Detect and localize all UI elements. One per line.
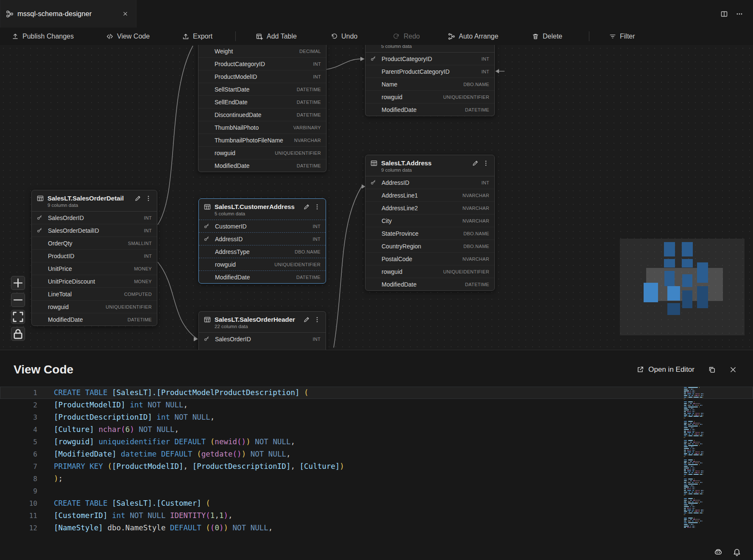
toolbar-view-code-button[interactable]: View Code xyxy=(106,28,150,45)
toolbar-undo-button[interactable]: Undo xyxy=(331,28,357,45)
column-type: INT xyxy=(313,61,321,67)
column-type: INT xyxy=(481,69,489,74)
column-UnitPrice[interactable]: UnitPriceMONEY xyxy=(32,262,157,275)
pencil-icon[interactable] xyxy=(303,203,310,210)
column-ThumbnailPhotoFileName[interactable]: ThumbnailPhotoFileNameNVARCHAR xyxy=(198,134,326,146)
column-ProductCategoryID[interactable]: ProductCategoryIDINT xyxy=(365,53,494,65)
column-SellEndDate[interactable]: SellEndDateDATETIME xyxy=(198,95,326,108)
column-SalesOrderID[interactable]: SalesOrderIDINT xyxy=(32,212,157,224)
column-City[interactable]: CityNVARCHAR xyxy=(365,214,494,227)
toolbar-delete-button[interactable]: Delete xyxy=(532,28,562,45)
column-AddressType[interactable]: AddressTypeDBO.NAME xyxy=(199,245,326,258)
table-grid-icon xyxy=(204,203,211,210)
toolbar-redo-button[interactable]: Redo xyxy=(393,28,420,45)
redo-icon xyxy=(393,33,400,40)
column-PostalCode[interactable]: PostalCodeNVARCHAR xyxy=(365,252,494,265)
toolbar-auto-arrange-button[interactable]: Auto Arrange xyxy=(448,28,498,45)
column-Name[interactable]: NameDBO.NAME xyxy=(365,78,494,90)
column-SalesOrderDetailID[interactable]: SalesOrderDetailIDINT xyxy=(32,224,157,237)
table-sales-order-header[interactable]: SalesLT.SalesOrderHeader22 column dataSa… xyxy=(198,311,326,350)
column-rowguid[interactable]: rowguidUNIQUEIDENTIFIER xyxy=(198,146,326,159)
column-CountryRegion[interactable]: CountryRegionDBO.NAME xyxy=(365,240,494,252)
column-name: SellStartDate xyxy=(215,86,295,93)
pencil-icon[interactable] xyxy=(303,316,310,323)
close-panel-icon[interactable] xyxy=(729,366,737,373)
column-name: ProductID xyxy=(48,253,142,259)
code-icon xyxy=(106,33,113,40)
canvas-minimap[interactable] xyxy=(620,239,745,335)
code-line: 3[ProductDescriptionID] int NOT NULL, xyxy=(0,411,753,423)
column-name: rowguid xyxy=(215,150,273,156)
column-AddressLine1[interactable]: AddressLine1NVARCHAR xyxy=(365,189,494,201)
column-UnitPriceDiscount[interactable]: UnitPriceDiscountMONEY xyxy=(32,275,157,287)
column-rowguid[interactable]: rowguidUNIQUEIDENTIFIER xyxy=(32,300,157,313)
pencil-icon[interactable] xyxy=(472,160,479,167)
table-product-category[interactable]: 5 column dataProductCategoryIDINTParentP… xyxy=(365,45,495,116)
kebab-icon[interactable] xyxy=(314,203,321,210)
column-ModifiedDate[interactable]: ModifiedDateDATETIME xyxy=(32,313,157,326)
close-tab-icon[interactable] xyxy=(120,9,130,19)
tab-mssql-schema-designer[interactable]: mssql-schema-designer xyxy=(0,0,137,28)
column-StateProvince[interactable]: StateProvinceDBO.NAME xyxy=(365,227,494,240)
column-Weight[interactable]: WeightDECIMAL xyxy=(198,45,326,57)
column-rowguid[interactable]: rowguidUNIQUEIDENTIFIER xyxy=(365,90,494,103)
minimap-table-tile xyxy=(682,290,692,308)
column-LineTotal[interactable]: LineTotalCOMPUTED xyxy=(32,287,157,300)
column-name: AddressLine2 xyxy=(382,205,460,212)
more-actions-icon[interactable] xyxy=(736,11,743,17)
toolbar-add-table-button[interactable]: Add Table xyxy=(256,28,297,45)
relationship-edge xyxy=(326,59,360,70)
code-minimap[interactable] xyxy=(684,387,706,529)
column-name: ProductCategoryID xyxy=(382,56,479,62)
column-ModifiedDate[interactable]: ModifiedDateDATETIME xyxy=(365,278,494,290)
pencil-icon[interactable] xyxy=(134,195,141,202)
kebab-icon[interactable] xyxy=(145,195,152,202)
column-ModifiedDate[interactable]: ModifiedDateDATETIME xyxy=(365,103,494,116)
copilot-icon[interactable] xyxy=(714,548,722,557)
copy-code-icon[interactable] xyxy=(708,366,716,373)
column-ProductModelID[interactable]: ProductModelIDINT xyxy=(198,70,326,83)
table-sales-order-detail[interactable]: SalesLT.SalesOrderDetail9 column dataSal… xyxy=(31,190,157,326)
sql-code-viewer: 1CREATE TABLE [SalesLT].[ProductModelPro… xyxy=(0,381,753,534)
toolbar-export-button[interactable]: Export xyxy=(182,28,212,45)
column-OrderQty[interactable]: OrderQtySMALLINT xyxy=(32,237,157,249)
column-rowguid[interactable]: rowguidUNIQUEIDENTIFIER xyxy=(199,258,326,270)
toolbar-auto-arrange-label: Auto Arrange xyxy=(459,33,498,40)
column-rowguid[interactable]: rowguidUNIQUEIDENTIFIER xyxy=(365,265,494,278)
column-type: SMALLINT xyxy=(128,241,152,246)
minimap-table-tile xyxy=(667,303,680,315)
column-AddressID[interactable]: AddressIDINT xyxy=(199,232,326,245)
schema-canvas[interactable]: WeightDECIMALProductCategoryIDINTProduct… xyxy=(0,45,753,350)
table-address[interactable]: SalesLT.Address9 column dataAddressIDINT… xyxy=(365,155,495,291)
column-ModifiedDate[interactable]: ModifiedDateDATETIME xyxy=(198,159,326,172)
column-name: rowguid xyxy=(382,268,441,275)
column-ProductCategoryID[interactable]: ProductCategoryIDINT xyxy=(198,57,326,70)
edge-arrow xyxy=(194,337,198,341)
column-AddressLine2[interactable]: AddressLine2NVARCHAR xyxy=(365,201,494,214)
panel-title: View Code xyxy=(14,363,636,376)
column-CustomerID[interactable]: CustomerIDINT xyxy=(199,220,326,232)
primary-key-icon xyxy=(371,179,379,187)
toolbar-filter-button[interactable]: Filter xyxy=(609,28,635,45)
column-ParentProductCategoryID[interactable]: ParentProductCategoryIDINT xyxy=(365,65,494,78)
lock-canvas-button[interactable] xyxy=(11,327,25,341)
open-in-editor-button[interactable]: Open in Editor xyxy=(636,365,694,374)
column-SellStartDate[interactable]: SellStartDateDATETIME xyxy=(198,83,326,95)
column-SalesOrderID[interactable]: SalesOrderIDINT xyxy=(199,333,326,345)
column-ProductID[interactable]: ProductIDINT xyxy=(32,249,157,262)
zoom-in-button[interactable] xyxy=(11,276,25,290)
column-AddressID[interactable]: AddressIDINT xyxy=(365,176,494,189)
column-ThumbNailPhoto[interactable]: ThumbNailPhotoVARBINARY xyxy=(198,121,326,134)
table-product[interactable]: WeightDECIMALProductCategoryIDINTProduct… xyxy=(198,45,326,172)
column-ModifiedDate[interactable]: ModifiedDateDATETIME xyxy=(199,270,326,283)
toolbar-publish-changes-button[interactable]: Publish Changes xyxy=(12,28,74,45)
column-DiscontinuedDate[interactable]: DiscontinuedDateDATETIME xyxy=(198,108,326,121)
kebab-icon[interactable] xyxy=(314,316,321,323)
table-customer-address[interactable]: SalesLT.CustomerAddress5 column dataCust… xyxy=(198,198,326,284)
fit-view-button[interactable] xyxy=(11,310,25,324)
split-editor-icon[interactable] xyxy=(721,11,728,17)
kebab-icon[interactable] xyxy=(482,160,489,167)
zoom-out-button[interactable] xyxy=(11,293,25,307)
table-column-count: 5 column data xyxy=(365,45,494,53)
notifications-icon[interactable] xyxy=(733,548,741,557)
